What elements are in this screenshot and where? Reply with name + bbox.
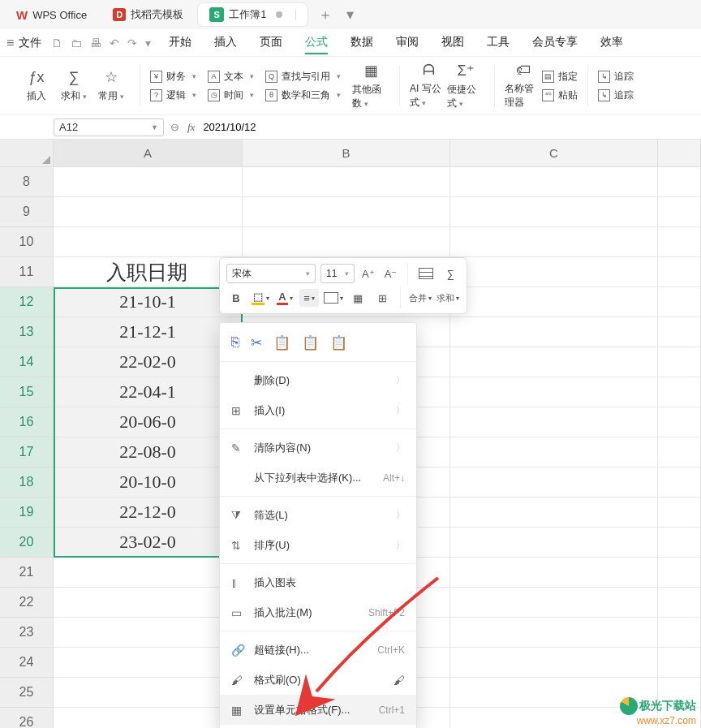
name-manager-button[interactable]: 🏷名称管理器 <box>505 62 542 110</box>
cell[interactable] <box>54 558 243 588</box>
cell[interactable] <box>450 257 658 287</box>
menu-insert-comment[interactable]: ▭插入批注(M)Shift+F2 <box>220 597 416 627</box>
align-button[interactable]: ≡▾ <box>299 289 319 307</box>
cell[interactable] <box>450 558 658 588</box>
cell[interactable]: 22-02-0 <box>54 347 243 377</box>
menu-icon[interactable]: ≡ <box>6 36 14 50</box>
tab-review[interactable]: 审阅 <box>396 32 419 54</box>
row-header[interactable]: 19 <box>0 498 54 528</box>
menu-clear[interactable]: ✎清除内容(N)〉 <box>220 433 416 463</box>
tab-workbook[interactable]: S工作簿1 <box>198 3 307 26</box>
menu-format-cells[interactable]: ▦设置单元格格式(F)...Ctrl+1 <box>220 695 416 725</box>
cell[interactable] <box>450 528 658 558</box>
cell[interactable]: 21-10-1 <box>54 287 243 317</box>
copy-icon[interactable]: ⎘ <box>231 334 239 351</box>
cell[interactable] <box>658 437 701 467</box>
autosum-mini-button[interactable]: ∑ <box>441 265 460 282</box>
math-button[interactable]: θ数学和三角 <box>265 88 341 102</box>
cell[interactable] <box>658 467 701 498</box>
select-all-corner[interactable] <box>0 140 54 167</box>
qat-new-icon[interactable]: 🗋 <box>51 37 62 50</box>
format-table-button[interactable]: ▦ <box>348 289 368 307</box>
row-header[interactable]: 9 <box>0 197 54 227</box>
logic-button[interactable]: ?逻辑 <box>150 88 196 102</box>
cell[interactable] <box>450 287 658 317</box>
cell[interactable]: 22-04-1 <box>54 377 243 407</box>
cancel-icon[interactable]: ⊖ <box>170 121 179 133</box>
cell[interactable] <box>450 437 658 467</box>
cell[interactable] <box>658 197 701 227</box>
row-header[interactable]: 16 <box>0 407 54 437</box>
row-header[interactable]: 23 <box>0 618 54 648</box>
col-header-C[interactable]: C <box>450 140 658 167</box>
cell[interactable] <box>450 197 658 227</box>
finance-button[interactable]: ¥财务 <box>150 70 196 84</box>
font-size-select[interactable]: 11▾ <box>320 264 355 283</box>
cell[interactable] <box>54 227 243 257</box>
qat-open-icon[interactable]: 🗀 <box>71 37 82 50</box>
ai-formula-button[interactable]: ᗩAI 写公式 <box>410 62 447 110</box>
paste-text-icon[interactable]: 📋 <box>302 334 319 351</box>
cell[interactable] <box>658 407 701 437</box>
fill-color-button[interactable]: ⬚▾ <box>251 289 270 307</box>
frequent-button[interactable]: ☆常用 <box>92 68 130 103</box>
cell[interactable] <box>450 347 658 377</box>
cell[interactable]: 20-10-0 <box>54 467 243 498</box>
fx-icon[interactable]: fx <box>187 121 195 134</box>
col-header-A[interactable]: A <box>54 140 243 167</box>
cell[interactable]: 20-06-0 <box>54 407 243 437</box>
cell[interactable] <box>450 317 658 347</box>
cell[interactable] <box>243 167 450 197</box>
tab-formula[interactable]: 公式 <box>305 32 328 54</box>
tab-vip[interactable]: 会员专享 <box>532 32 578 54</box>
cell[interactable] <box>450 407 658 437</box>
cell[interactable] <box>658 588 701 618</box>
trace-prec-button[interactable]: ↳追踪 <box>598 70 634 84</box>
insert-fx-button[interactable]: ƒx插入 <box>18 69 55 103</box>
font-color-button[interactable]: A▾ <box>275 289 295 307</box>
cell[interactable] <box>658 618 701 648</box>
menu-insert[interactable]: ⊞插入(I)〉 <box>220 395 416 425</box>
qat-redo-icon[interactable]: ↷ <box>127 37 137 50</box>
row-header[interactable]: 18 <box>0 467 54 498</box>
cell[interactable] <box>450 227 658 257</box>
cell[interactable] <box>658 648 701 678</box>
cell[interactable] <box>658 257 701 287</box>
row-header[interactable]: 22 <box>0 588 54 618</box>
merge-cells-button[interactable] <box>416 265 436 282</box>
cell[interactable] <box>54 618 243 648</box>
cell[interactable]: 22-12-0 <box>54 498 243 528</box>
row-header[interactable]: 12 <box>0 287 54 317</box>
cell[interactable] <box>658 498 701 528</box>
font-select[interactable]: 宋体▾ <box>226 264 316 283</box>
sum-label[interactable]: 求和▾ <box>437 289 459 307</box>
cut-icon[interactable]: ✂ <box>251 334 262 351</box>
cell[interactable] <box>54 167 243 197</box>
qat-more-icon[interactable]: ▾ <box>145 37 151 50</box>
cell[interactable] <box>54 588 243 618</box>
assign-name-button[interactable]: ▤指定 <box>542 70 578 84</box>
cell[interactable] <box>54 648 243 678</box>
cell[interactable] <box>658 377 701 407</box>
cell[interactable] <box>450 648 658 678</box>
tab-efficiency[interactable]: 效率 <box>600 32 623 54</box>
row-header[interactable]: 13 <box>0 317 54 347</box>
row-header[interactable]: 8 <box>0 167 54 197</box>
cell[interactable]: 23-02-0 <box>54 528 243 558</box>
row-header[interactable]: 20 <box>0 528 54 558</box>
row-header[interactable]: 24 <box>0 648 54 678</box>
menu-sort[interactable]: ⇅排序(U)〉 <box>220 530 416 560</box>
paste-special-icon[interactable]: 📋 <box>330 334 347 351</box>
row-header[interactable]: 21 <box>0 558 54 588</box>
cell[interactable] <box>54 708 243 728</box>
trace-dep-button[interactable]: ↳追踪 <box>598 88 634 102</box>
qat-print-icon[interactable]: 🖶 <box>90 37 101 50</box>
tab-data[interactable]: 数据 <box>350 32 373 54</box>
add-tab-button[interactable]: ＋ <box>316 5 335 24</box>
menu-format-painter[interactable]: 🖌格式刷(O)🖌 <box>220 665 416 695</box>
tab-tools[interactable]: 工具 <box>487 32 510 54</box>
qat-undo-icon[interactable]: ↶ <box>110 37 119 50</box>
menu-dropdown-pick[interactable]: 从下拉列表中选择(K)...Alt+↓ <box>220 463 416 493</box>
menu-delete[interactable]: 删除(D)〉 <box>220 365 416 395</box>
cell[interactable] <box>54 678 243 708</box>
